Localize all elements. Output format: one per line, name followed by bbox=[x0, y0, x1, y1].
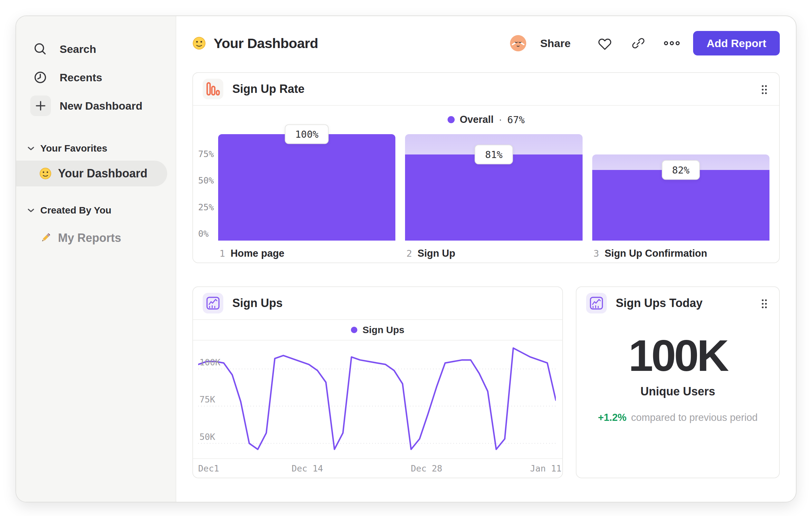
line-plot: 100K75K50K bbox=[198, 345, 556, 458]
add-report-button[interactable]: Add Report bbox=[693, 31, 780, 55]
sidebar-item-recents[interactable]: Recents bbox=[16, 63, 176, 91]
funnel-step[interactable]: 100% 1 Home page bbox=[218, 134, 395, 241]
funnel-bar bbox=[405, 155, 582, 241]
step-name: Sign Up bbox=[417, 248, 455, 259]
card-header: Sign Up Rate bbox=[193, 73, 779, 105]
line-y-tick: 100K bbox=[199, 358, 221, 367]
funnel-y-tick: 0% bbox=[198, 229, 209, 238]
page-title-wrap: Your Dashboard bbox=[192, 35, 318, 51]
funnel-plot: 75%50%25%0% 100% 1 Home page bbox=[193, 134, 779, 241]
funnel-value-tooltip: 81% bbox=[475, 144, 513, 164]
legend-label: Overall bbox=[460, 114, 494, 126]
line-x-tick: Dec 28 bbox=[411, 463, 442, 473]
sign-ups-today-card: Sign Ups Today 100K Unique Users +1.2% c… bbox=[576, 287, 780, 478]
card-title: Sign Up Rate bbox=[232, 82, 304, 96]
step-number: 3 bbox=[593, 248, 599, 259]
avatar[interactable] bbox=[510, 35, 526, 52]
copy-link-button[interactable] bbox=[630, 35, 647, 52]
sidebar-section-created-by-you[interactable]: Created By You bbox=[16, 202, 176, 219]
plus-icon bbox=[30, 96, 51, 116]
card-title: Sign Ups bbox=[232, 296, 283, 310]
step-number: 1 bbox=[220, 248, 225, 259]
funnel-chart-icon bbox=[203, 79, 223, 99]
card-header: Sign Ups bbox=[193, 287, 562, 319]
drag-handle-icon[interactable] bbox=[760, 298, 768, 311]
funnel-step-label: 2 Sign Up bbox=[406, 248, 455, 259]
funnel-step[interactable]: 82% 3 Sign Up Confirmation bbox=[592, 134, 770, 241]
chevron-down-icon bbox=[27, 208, 34, 213]
pencil-emoji bbox=[39, 232, 52, 244]
search-icon bbox=[33, 42, 48, 56]
section-header-label: Created By You bbox=[40, 205, 112, 216]
sidebar-item-new-dashboard[interactable]: New Dashboard bbox=[16, 91, 176, 120]
smiley-emoji bbox=[39, 167, 52, 180]
share-button[interactable]: Share bbox=[540, 37, 571, 50]
funnel-step-label: 3 Sign Up Confirmation bbox=[593, 248, 707, 259]
funnel-legend[interactable]: Overall · 67% bbox=[193, 106, 779, 134]
sidebar-item-your-dashboard[interactable]: Your Dashboard bbox=[16, 161, 167, 186]
app-window: Search Recents New Dashboard Your Favori… bbox=[16, 16, 796, 503]
funnel-y-tick: 50% bbox=[198, 176, 214, 185]
funnel-bars: 100% 1 Home page 81% 2 Sign Up bbox=[218, 134, 770, 241]
favorite-heart-button[interactable] bbox=[597, 35, 613, 52]
funnel-step-label: 1 Home page bbox=[220, 248, 285, 259]
section-header-label: Your Favorites bbox=[40, 143, 107, 154]
sidebar: Search Recents New Dashboard Your Favori… bbox=[16, 16, 176, 502]
sidebar-item-search[interactable]: Search bbox=[16, 35, 176, 63]
bottom-cards-row: Sign Ups Sign Ups 100K75K50K Dec1Dec 14D… bbox=[192, 287, 780, 478]
metric-body: 100K Unique Users +1.2% compared to prev… bbox=[576, 319, 779, 424]
sidebar-section-your-favorites[interactable]: Your Favorites bbox=[16, 140, 176, 157]
ellipsis-icon bbox=[663, 40, 680, 47]
sidebar-item-label: Recents bbox=[60, 71, 102, 84]
divider bbox=[193, 340, 562, 341]
drag-handle-icon[interactable] bbox=[760, 84, 768, 97]
main-content: Your Dashboard Share Add Report bbox=[176, 16, 796, 502]
card-title: Sign Ups Today bbox=[616, 296, 702, 310]
legend-dot bbox=[351, 327, 357, 333]
legend-label: Sign Ups bbox=[362, 324, 404, 335]
funnel-value-tooltip: 100% bbox=[285, 125, 329, 144]
sidebar-item-label: Your Dashboard bbox=[58, 167, 147, 180]
step-number: 2 bbox=[406, 248, 412, 259]
legend-separator: · bbox=[499, 114, 502, 126]
legend-value: 67% bbox=[507, 114, 525, 126]
metric-delta-row: +1.2% compared to previous period bbox=[598, 412, 758, 424]
smiley-emoji bbox=[192, 36, 206, 50]
funnel-y-axis: 75%50%25%0% bbox=[198, 134, 218, 241]
line-legend[interactable]: Sign Ups bbox=[193, 320, 562, 340]
line-x-tick: Dec 14 bbox=[292, 463, 323, 473]
heart-icon bbox=[597, 35, 613, 51]
funnel-bar bbox=[218, 134, 395, 241]
line-chart-icon bbox=[586, 293, 607, 314]
card-header: Sign Ups Today bbox=[576, 287, 779, 319]
metric-label: Unique Users bbox=[640, 385, 715, 398]
more-options-button[interactable] bbox=[663, 35, 680, 52]
link-icon bbox=[631, 36, 646, 51]
line-x-tick: Dec1 bbox=[198, 463, 219, 473]
delta-note: compared to previous period bbox=[631, 412, 758, 424]
line-y-tick: 75K bbox=[199, 395, 215, 404]
clock-icon bbox=[33, 70, 48, 85]
sign-up-rate-card: Sign Up Rate Overall · 67% 75%50%25%0% bbox=[192, 72, 780, 263]
funnel-y-tick: 75% bbox=[198, 150, 214, 158]
sign-ups-card: Sign Ups Sign Ups 100K75K50K Dec1Dec 14D… bbox=[192, 287, 563, 478]
funnel-y-tick: 25% bbox=[198, 203, 214, 212]
page-title: Your Dashboard bbox=[214, 35, 318, 51]
delta-badge: +1.2% bbox=[598, 412, 627, 424]
sidebar-item-label: New Dashboard bbox=[60, 100, 142, 112]
funnel-step[interactable]: 81% 2 Sign Up bbox=[405, 134, 582, 241]
sidebar-item-my-reports[interactable]: My Reports bbox=[16, 225, 167, 251]
line-series[interactable] bbox=[198, 348, 556, 449]
sidebar-item-label: Search bbox=[60, 43, 96, 55]
legend-dot bbox=[447, 116, 455, 123]
sidebar-item-label: My Reports bbox=[58, 231, 121, 245]
dashboard-header: Your Dashboard Share Add Report bbox=[192, 30, 780, 56]
line-x-axis: Dec1Dec 14Dec 28Jan 11 bbox=[198, 459, 556, 476]
line-x-tick: Jan 11 bbox=[530, 463, 562, 473]
step-name: Sign Up Confirmation bbox=[605, 248, 707, 259]
step-name: Home page bbox=[230, 248, 284, 259]
metric-value: 100K bbox=[629, 332, 727, 379]
line-y-tick: 50K bbox=[199, 432, 215, 441]
funnel-bar bbox=[592, 170, 770, 241]
chevron-down-icon bbox=[27, 146, 34, 151]
